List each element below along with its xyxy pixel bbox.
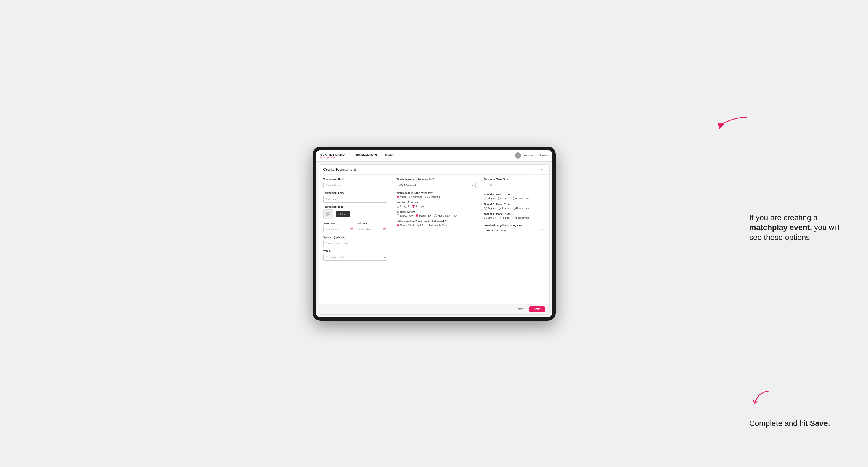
user-name: Test User — [523, 154, 533, 157]
sponsor-group: Sponsor (optional) — [323, 236, 388, 247]
rounds-group: Number of rounds 1 2 — [397, 201, 475, 208]
scoring-medal[interactable]: Medal Match Play — [434, 214, 458, 217]
round1-fourball[interactable]: Fourball — [498, 197, 510, 200]
nav-bar: SCOREBOARD Powered by clippit TOURNAMENT… — [316, 150, 552, 161]
rounds-3[interactable]: 3 — [412, 205, 417, 208]
teams-individuals-group: Is this event for Teams and/or Individua… — [397, 220, 475, 226]
round2-match-type: Round 2 - Match Type Singles Fourball — [484, 203, 546, 210]
max-team-size-group: Maximum Team Size — [484, 178, 546, 188]
calendar-icon-end: 📅 — [383, 228, 386, 231]
tab-tournaments[interactable]: TOURNAMENTS — [351, 150, 381, 161]
division-select-wrap: NCAA Division I — [397, 182, 475, 189]
rounds-4[interactable]: 4 — [420, 205, 425, 208]
api-label: Use third-party live scoring API? — [484, 224, 546, 227]
rounds-radio-group: 1 2 3 — [397, 205, 475, 208]
tablet-screen: SCOREBOARD Powered by clippit TOURNAMENT… — [316, 150, 552, 317]
tournament-name-label: Tournament name — [323, 192, 388, 194]
middle-column: Which division is the event for? NCAA Di… — [392, 175, 480, 304]
division-select[interactable]: NCAA Division I — [397, 182, 475, 189]
back-link[interactable]: ← Back — [535, 168, 545, 171]
rounds-2[interactable]: 2 — [404, 205, 409, 208]
tournament-logo-group: Tournament logo Upload — [323, 206, 388, 219]
tournament-name-group: Tournament name — [323, 192, 388, 203]
annotation-save: Complete and hit Save. — [749, 418, 846, 428]
end-date-wrap: 📅 — [356, 226, 388, 233]
round3-foursomes[interactable]: Foursomes — [513, 217, 529, 219]
round3-singles[interactable]: Singles — [484, 217, 496, 219]
gender-radio-group: Mens Womens Combined — [397, 195, 475, 198]
gender-womens[interactable]: Womens — [409, 195, 422, 198]
round2-foursomes[interactable]: Foursomes — [513, 207, 529, 210]
division-group: Which division is the event for? NCAA Di… — [397, 178, 475, 189]
rounds-1[interactable]: 1 — [397, 205, 402, 208]
round1-radios: Singles Fourball Foursomes — [484, 197, 546, 200]
venue-select-wrap: ▾ — [323, 253, 388, 261]
arrow-save-icon — [752, 390, 774, 406]
round2-fourball[interactable]: Fourball — [498, 207, 510, 210]
annotation-matchplay-bold: matchplay event, — [749, 223, 812, 231]
annotation-save-bold: Save. — [810, 419, 830, 428]
tournament-logo-label: Tournament logo — [323, 206, 388, 208]
logo-upload-area: Upload — [323, 209, 388, 219]
cancel-button[interactable]: Cancel — [513, 306, 527, 312]
logo-sub: Powered by clippit — [320, 156, 345, 158]
api-tag-close-icon[interactable]: ✕ ˅ — [539, 229, 544, 232]
teams-option[interactable]: Teams (+Individuals) — [397, 224, 423, 226]
scoring-label: Scoring system — [397, 211, 475, 213]
rounds-label: Number of rounds — [397, 201, 475, 204]
api-select-tag: Leaderboard King ✕ ˅ — [484, 228, 546, 233]
form-header: Create Tournament ← Back — [319, 165, 549, 175]
logo-text: SCOREBOARD — [320, 153, 345, 156]
page-title: Create Tournament — [323, 167, 356, 172]
round1-label: Round 1 - Match Type — [484, 193, 546, 196]
sponsor-input[interactable] — [323, 240, 388, 247]
gender-group: Which gender is the event for? Mens Wome… — [397, 192, 475, 198]
venue-group: Venue ▾ — [323, 250, 388, 261]
round1-foursomes[interactable]: Foursomes — [513, 197, 529, 200]
scoring-group: Scoring system Stroke Play Match Play — [397, 211, 475, 217]
round1-singles[interactable]: Singles — [484, 197, 496, 200]
tablet-frame: SCOREBOARD Powered by clippit TOURNAMENT… — [313, 147, 556, 321]
sponsor-label: Sponsor (optional) — [323, 236, 388, 239]
tournament-host-input[interactable] — [323, 182, 388, 189]
venue-input[interactable] — [323, 253, 388, 261]
separator: | — [536, 154, 536, 157]
tab-teams[interactable]: TEAMS — [381, 150, 398, 161]
gender-mens[interactable]: Mens — [397, 195, 406, 198]
logo-placeholder — [323, 209, 333, 219]
round2-singles[interactable]: Singles — [484, 207, 496, 210]
round2-radios: Singles Fourball Foursomes — [484, 207, 546, 210]
main-content: Create Tournament ← Back Tournament Host… — [316, 161, 552, 317]
start-date-wrap: 📅 — [323, 226, 354, 233]
teams-radio-group: Teams (+Individuals) Individuals Only — [397, 224, 475, 226]
api-group: Use third-party live scoring API? Leader… — [484, 224, 546, 233]
individuals-option[interactable]: Individuals Only — [426, 224, 447, 226]
arrow-matchplay-icon — [716, 116, 749, 130]
right-column: Maximum Team Size Round 1 - Match Type S… — [480, 175, 549, 304]
form-body: Tournament Host Tournament name Tourname… — [319, 175, 549, 304]
nav-tabs: TOURNAMENTS TEAMS — [351, 150, 398, 161]
gender-combined[interactable]: Combined — [425, 195, 440, 198]
sign-out-link[interactable]: Sign out — [538, 154, 548, 157]
scoring-radio-group: Stroke Play Match Play Medal Match Play — [397, 214, 475, 217]
venue-label: Venue — [323, 250, 388, 252]
upload-button[interactable]: Upload — [336, 211, 351, 217]
left-column: Tournament Host Tournament name Tourname… — [319, 175, 392, 304]
teams-label: Is this event for Teams and/or Individua… — [397, 220, 475, 223]
save-button[interactable]: Save — [529, 306, 545, 312]
logo-area: SCOREBOARD Powered by clippit — [320, 153, 345, 158]
nav-right: Test User | Sign out — [515, 152, 548, 158]
tournament-host-group: Tournament Host — [323, 178, 388, 189]
scoring-stroke[interactable]: Stroke Play — [397, 214, 413, 217]
venue-chevron-icon: ▾ — [384, 255, 386, 258]
round2-label: Round 2 - Match Type — [484, 203, 546, 206]
scoring-match[interactable]: Match Play — [415, 214, 432, 217]
form-footer: Cancel Save — [319, 304, 549, 314]
tournament-name-input[interactable] — [323, 195, 388, 203]
round1-match-type: Round 1 - Match Type Singles Fourball — [484, 193, 546, 200]
gender-label: Which gender is the event for? — [397, 192, 475, 194]
division-label: Which division is the event for? — [397, 178, 475, 181]
max-team-size-input[interactable] — [484, 182, 498, 188]
round3-fourball[interactable]: Fourball — [498, 217, 510, 219]
round3-label: Round 3 - Match Type — [484, 212, 546, 215]
